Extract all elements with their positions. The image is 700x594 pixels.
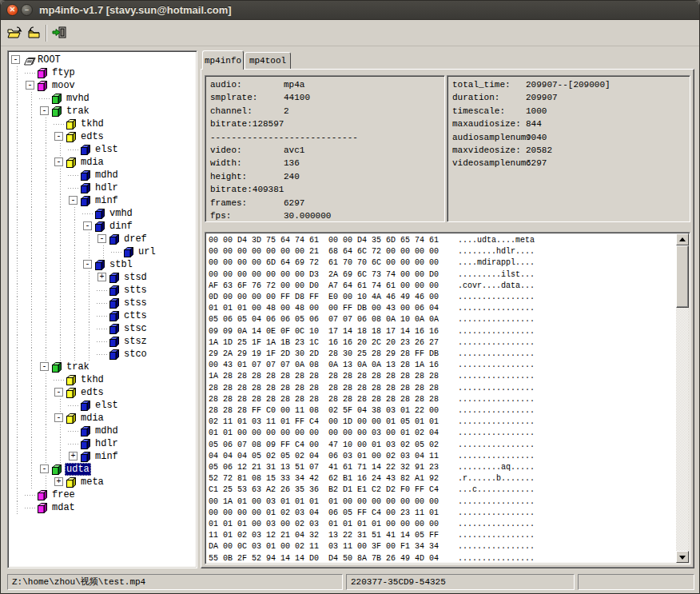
tree-item-stts[interactable]: stts — [10, 284, 197, 297]
tree-item-stsd[interactable]: +stsd — [10, 271, 197, 284]
collapse-icon[interactable]: - — [69, 196, 78, 205]
tree-guide-line — [39, 258, 54, 271]
open-file-button[interactable] — [6, 24, 25, 43]
tree-guide-line — [25, 194, 39, 207]
collapse-icon[interactable]: - — [83, 260, 92, 269]
tree-guide-line — [10, 412, 25, 425]
tree-guide-line — [82, 245, 97, 258]
tree-item-meta[interactable]: +meta — [10, 476, 197, 488]
tree-guide-line — [10, 143, 25, 156]
tree-item-hdlr[interactable]: hdlr — [10, 181, 197, 194]
tree-guide-line — [25, 322, 39, 335]
tree-item-label: moov — [50, 79, 77, 92]
tree-item-mdat[interactable]: mdat — [10, 501, 197, 514]
tree-guide-line — [10, 437, 25, 450]
tree-guide-line — [10, 284, 25, 297]
tree-item-tkhd[interactable]: tkhd — [10, 373, 197, 386]
hex-row: 01 01 00 00 00 00 00 00 00 00 00 03 00 0… — [209, 428, 674, 439]
tree-item-mvhd[interactable]: mvhd — [10, 92, 197, 105]
tree-item-dinf[interactable]: -dinf — [10, 220, 197, 233]
tree-item-ROOT[interactable]: -ROOT — [10, 54, 197, 66]
hex-viewer: 00 00 D4 3D 75 64 74 61 00 00 D4 35 6D 6… — [205, 232, 690, 564]
tree-item-ctts[interactable]: ctts — [10, 309, 197, 322]
stream-info-row: smplrate:44100 — [210, 91, 439, 104]
tree-item-ftyp[interactable]: ftyp — [10, 66, 197, 79]
minimize-button[interactable]: – — [21, 4, 33, 16]
scroll-up-button[interactable] — [676, 233, 689, 245]
collapse-icon[interactable]: - — [40, 106, 49, 115]
tree-guide-line — [39, 271, 54, 284]
tree-item-mdhd[interactable]: mdhd — [10, 425, 197, 437]
tree-guide-line — [10, 105, 25, 118]
container-info-row: timescale:1000 — [452, 105, 685, 118]
collapse-icon[interactable]: - — [54, 132, 63, 141]
collapse-icon[interactable]: - — [26, 81, 34, 90]
tree-item-url[interactable]: url — [10, 245, 197, 258]
tree-guide-line — [39, 156, 54, 169]
tree-item-mdia[interactable]: -mdia — [10, 412, 197, 425]
tree-connector: - — [54, 130, 66, 143]
info-label: height: — [210, 172, 247, 181]
scroll-down-button[interactable] — [676, 551, 689, 563]
stream-info-box: audio:mp4asmplrate:44100channel:2bitrate… — [205, 75, 445, 222]
expand-icon[interactable]: + — [54, 477, 63, 486]
expand-icon[interactable]: + — [97, 273, 106, 281]
collapse-icon[interactable]: - — [97, 234, 106, 243]
tree-item-minf[interactable]: +minf — [10, 450, 197, 463]
tree-item-elst[interactable]: elst — [10, 143, 197, 156]
tab-mp4info[interactable]: mp4info — [202, 50, 244, 70]
close-icon: ✕ — [10, 6, 16, 14]
tree-guide-line — [39, 245, 54, 258]
tree-connector: - — [39, 463, 51, 476]
hex-scrollbar[interactable] — [676, 233, 689, 563]
collapse-icon[interactable]: - — [40, 362, 49, 371]
scroll-thumb[interactable] — [676, 245, 689, 308]
tree-item-stsz[interactable]: stsz — [10, 335, 197, 348]
tree-connector — [25, 66, 37, 79]
tree-item-edts[interactable]: -edts — [10, 386, 197, 399]
tree-guide-line — [39, 194, 54, 207]
tree-item-moov[interactable]: -moov — [10, 79, 197, 92]
hex-row: 00 00 D4 3D 75 64 74 61 00 00 D4 35 6D 6… — [209, 235, 674, 246]
collapse-icon[interactable]: - — [11, 55, 20, 64]
tree-item-stss[interactable]: stss — [10, 297, 197, 309]
tree-connector: - — [54, 412, 66, 425]
tree-item-stbl[interactable]: -stbl — [10, 258, 197, 271]
info-value: 1000 — [526, 105, 547, 118]
collapse-icon[interactable]: - — [54, 157, 63, 166]
tree-item-hdlr[interactable]: hdlr — [10, 437, 197, 450]
close-button[interactable]: ✕ — [6, 4, 18, 16]
tree-item-mdia[interactable]: -mdia — [10, 156, 197, 169]
tree-item-mdhd[interactable]: mdhd — [10, 169, 197, 181]
exit-button[interactable] — [50, 24, 70, 43]
collapse-icon[interactable]: - — [54, 388, 63, 397]
tree-guide-line — [10, 450, 25, 463]
tree-connector: - — [10, 54, 22, 66]
blue-box-icon — [123, 246, 137, 258]
tab-mp4tool[interactable]: mp4tool — [245, 52, 291, 69]
blue-box-icon — [109, 272, 122, 284]
tree-item-edts[interactable]: -edts — [10, 130, 197, 143]
tree-item-label: mdhd — [93, 425, 120, 437]
expand-icon[interactable]: + — [69, 452, 78, 460]
tree-item-vmhd[interactable]: vmhd — [10, 207, 197, 220]
minimize-icon: – — [25, 6, 29, 14]
collapse-icon[interactable]: - — [83, 221, 92, 230]
tree-item-free[interactable]: free — [10, 488, 197, 501]
collapse-icon[interactable]: - — [54, 413, 63, 422]
info-label: bitrate:409381 — [210, 185, 284, 194]
tree-item-trak[interactable]: -trak — [10, 361, 197, 373]
tree-item-stsc[interactable]: stsc — [10, 322, 197, 335]
tree-item-dref[interactable]: -dref — [10, 233, 197, 245]
tree-connector — [97, 335, 109, 348]
tree-item-minf[interactable]: -minf — [10, 194, 197, 207]
tree-item-stco[interactable]: stco — [10, 348, 197, 361]
tree-item-elst[interactable]: elst — [10, 399, 197, 412]
open-folder-button[interactable] — [25, 24, 44, 43]
container-info-row: maxaudiosize:844 — [452, 118, 685, 130]
collapse-icon[interactable]: - — [40, 464, 49, 473]
blue-box-icon — [94, 259, 108, 271]
tree-item-tkhd[interactable]: tkhd — [10, 118, 197, 130]
tree-item-trak[interactable]: -trak — [10, 105, 197, 118]
tree-item-udta[interactable]: -udta — [10, 463, 197, 476]
